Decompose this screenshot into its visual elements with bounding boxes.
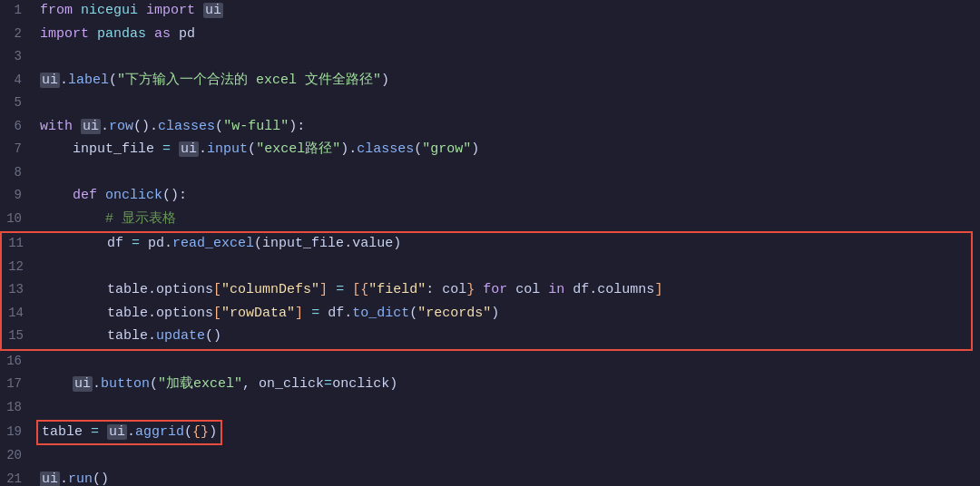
code-token	[303, 306, 311, 321]
code-token: ():	[162, 188, 187, 203]
code-token: .	[150, 119, 158, 134]
line-number: 11	[2, 233, 38, 253]
line-content: input_file = ui.input("excel路径").classes…	[36, 139, 980, 160]
code-token: label	[68, 73, 109, 88]
code-token: ()	[93, 471, 109, 487]
code-line: 17 ui.button("加载excel", on_click=onclick…	[0, 374, 980, 397]
code-token: .	[589, 282, 597, 297]
code-token: .	[348, 141, 357, 157]
code-token: col	[507, 282, 548, 297]
ui-token: ui	[81, 119, 101, 134]
line-number: 13	[2, 279, 38, 299]
code-token: =	[91, 424, 99, 440]
code-line: 4ui.label("下方输入一个合法的 excel 文件全路径")	[0, 70, 980, 93]
code-token: input_file	[40, 141, 162, 157]
code-line: 19table = ui.aggrid({})	[0, 420, 980, 445]
code-token: read_excel	[172, 236, 254, 251]
code-token: )	[340, 141, 348, 157]
code-token	[40, 211, 105, 227]
line-number: 5	[0, 92, 36, 112]
code-token: (	[409, 306, 417, 321]
line-number: 16	[0, 351, 36, 371]
code-token: [	[213, 306, 221, 321]
line-content: table.update()	[38, 326, 971, 347]
line-number: 12	[2, 257, 38, 277]
code-token	[40, 188, 73, 203]
code-line: 21ui.run()	[0, 469, 980, 487]
line-content: ui.button("加载excel", on_click=onclick)	[36, 374, 980, 395]
code-token: import	[40, 26, 97, 42]
code-token: "columnDefs"	[221, 282, 319, 297]
code-token: )	[393, 236, 401, 251]
code-token: (	[414, 141, 422, 157]
code-token: {}	[192, 424, 209, 440]
line-content: table.options["rowData"] = df.to_dict("r…	[38, 303, 971, 325]
code-line: 3	[0, 46, 980, 70]
line-number: 4	[0, 70, 36, 90]
code-token: (	[150, 376, 158, 392]
code-token: (	[248, 141, 256, 157]
line-content: with ui.row().classes("w-full"):	[36, 116, 980, 138]
code-token: run	[68, 471, 93, 487]
code-token: df	[42, 236, 132, 251]
code-token: :	[426, 282, 434, 297]
code-token: ()	[205, 328, 221, 344]
code-line: 2import pandas as pd	[0, 24, 980, 47]
code-token: df	[564, 282, 589, 297]
code-token: .	[60, 73, 68, 88]
line-number: 6	[0, 116, 36, 136]
line-number: 10	[0, 209, 36, 228]
code-token: =	[324, 376, 332, 392]
line-content: table.options["columnDefs"] = [{"field":…	[38, 279, 971, 301]
code-token: "w-full"	[223, 119, 289, 134]
line-content: # 显示表格	[36, 209, 980, 230]
code-token: value	[352, 236, 393, 251]
code-token: )	[389, 376, 397, 392]
ui-token: ui	[40, 471, 60, 487]
code-token: options	[156, 306, 213, 321]
code-token: .	[199, 141, 207, 157]
code-line: 6with ui.row().classes("w-full"):	[0, 116, 980, 140]
code-token: "下方输入一个合法的 excel 文件全路径"	[117, 73, 381, 88]
code-line: 7 input_file = ui.input("excel路径").class…	[0, 139, 980, 162]
code-token: =	[311, 306, 319, 321]
code-token: =	[336, 282, 344, 297]
code-token: for	[483, 282, 507, 297]
code-token: {	[360, 282, 368, 297]
line-number: 9	[0, 185, 36, 205]
code-token: )	[209, 424, 217, 440]
code-token: table	[42, 424, 91, 440]
code-token: with	[40, 119, 81, 134]
code-token: col	[434, 282, 466, 297]
code-line: 18	[0, 397, 980, 421]
line-number: 19	[0, 422, 36, 442]
code-line: 8	[0, 162, 980, 186]
code-token: .	[164, 236, 172, 251]
code-token: button	[101, 376, 150, 392]
line-content: import pandas as pd	[36, 24, 980, 45]
line-number: 20	[0, 445, 36, 465]
code-token: table	[42, 306, 148, 321]
line-content: ui.run()	[36, 469, 980, 487]
line-number: 21	[0, 469, 36, 487]
code-token: aggrid	[135, 424, 184, 440]
line-content: def onclick():	[36, 185, 980, 207]
line-content: ui.label("下方输入一个合法的 excel 文件全路径")	[36, 70, 980, 92]
code-token: .	[148, 306, 156, 321]
code-token: (	[215, 119, 223, 134]
code-token: ]	[319, 282, 328, 297]
code-token: pd	[179, 26, 195, 42]
code-token	[475, 282, 483, 297]
code-token: (	[184, 424, 192, 440]
code-token: )	[491, 306, 499, 321]
code-line: 16	[0, 351, 980, 374]
code-token: columns	[597, 282, 654, 297]
code-token: .	[344, 236, 352, 251]
code-line: 9 def onclick():	[0, 185, 980, 209]
code-line: 11 df = pd.read_excel(input_file.value)	[2, 233, 971, 257]
code-token: "records"	[417, 306, 491, 321]
code-token: onclick	[332, 376, 389, 392]
line-number: 18	[0, 397, 36, 417]
code-token: input	[207, 141, 248, 157]
code-token: )	[289, 119, 297, 134]
